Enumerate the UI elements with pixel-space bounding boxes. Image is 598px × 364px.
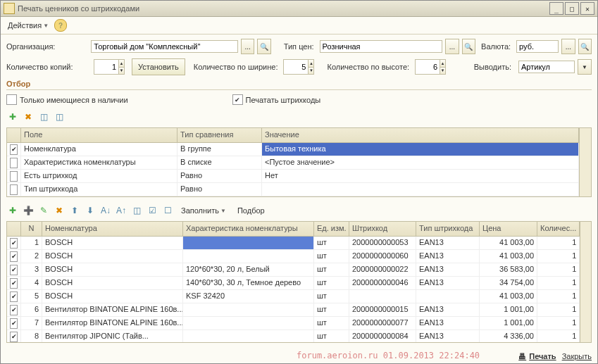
- cell-unit[interactable]: шт: [314, 290, 349, 303]
- cell-nom[interactable]: Вентилятор BINATONE ALPINE 160в...: [42, 317, 183, 330]
- row-checkbox[interactable]: [10, 184, 18, 195]
- col-field[interactable]: Поле: [21, 128, 177, 142]
- fill-button[interactable]: Заполнить▼: [177, 204, 230, 217]
- row-checkbox[interactable]: [10, 278, 18, 289]
- copy-icon[interactable]: ◫: [130, 204, 143, 217]
- move-up-icon[interactable]: ⬆: [68, 204, 81, 217]
- filter-row[interactable]: НоменклатураВ группеБытовая техника: [7, 143, 579, 156]
- cell-qty[interactable]: 1: [537, 330, 580, 342]
- edit-icon[interactable]: ✎: [37, 204, 50, 217]
- row-checkbox[interactable]: [10, 144, 18, 155]
- cell-unit[interactable]: шт: [314, 303, 349, 316]
- cell-char[interactable]: KSF 32420: [183, 290, 314, 303]
- cell-n[interactable]: 6: [21, 303, 42, 316]
- delete-icon[interactable]: ✖: [53, 204, 66, 217]
- maximize-button[interactable]: □: [565, 2, 579, 15]
- nom-row[interactable]: 2BOSCHшт2000000000060EAN1341 003,001: [7, 250, 580, 263]
- col-bctype[interactable]: Тип штрихкода: [416, 222, 480, 236]
- row-checkbox[interactable]: [10, 318, 18, 329]
- cell-char[interactable]: [183, 317, 314, 330]
- cell-cmp[interactable]: Равно: [177, 183, 262, 196]
- cell-price[interactable]: 4 336,00: [480, 330, 537, 342]
- height-input[interactable]: [416, 60, 440, 74]
- col-unit[interactable]: Ед. изм.: [314, 222, 349, 236]
- add-icon[interactable]: ✚: [6, 204, 19, 217]
- cell-qty[interactable]: 1: [537, 290, 580, 303]
- close-button[interactable]: ✕: [580, 2, 594, 15]
- print-barcodes-checkbox[interactable]: [232, 94, 243, 105]
- cell-n[interactable]: 3: [21, 263, 42, 276]
- col-barcode[interactable]: Штрихкод: [349, 222, 416, 236]
- filter-row[interactable]: Характеристика номенклатурыВ списке<Пуст…: [7, 156, 579, 170]
- uncheck-all-icon[interactable]: ☐: [161, 204, 174, 217]
- cell-price[interactable]: 1 001,00: [480, 317, 537, 330]
- width-spinner[interactable]: ▲▼: [283, 59, 314, 75]
- row-checkbox[interactable]: [10, 238, 18, 249]
- cell-bctype[interactable]: EAN13: [416, 303, 480, 316]
- col-cmp[interactable]: Тип сравнения: [177, 128, 262, 142]
- cell-qty[interactable]: 1: [537, 277, 580, 289]
- filter-scrollbar[interactable]: [579, 128, 591, 196]
- cell-bctype[interactable]: EAN13: [416, 263, 480, 276]
- check-all-icon[interactable]: ☑: [146, 204, 158, 217]
- cell-char[interactable]: [183, 250, 314, 263]
- cell-val[interactable]: Нет: [262, 170, 579, 182]
- nom-row[interactable]: 4BOSCH140*60*30, 30 л, Темное деревошт20…: [7, 277, 580, 290]
- minimize-button[interactable]: _: [549, 2, 563, 15]
- cell-unit[interactable]: шт: [314, 330, 349, 342]
- cell-bctype[interactable]: EAN13: [416, 237, 480, 249]
- insert-icon[interactable]: ➕: [22, 204, 35, 217]
- cell-field[interactable]: Характеристика номенклатуры: [21, 156, 177, 169]
- row-checkbox[interactable]: [10, 171, 18, 182]
- cell-bctype[interactable]: EAN13: [416, 317, 480, 330]
- row-checkbox[interactable]: [10, 265, 18, 275]
- cell-qty[interactable]: 1: [537, 237, 580, 249]
- cell-nom[interactable]: BOSCH: [42, 263, 183, 276]
- spin-up-icon[interactable]: ▲: [308, 60, 313, 68]
- toggle-icon[interactable]: ◫: [37, 111, 50, 123]
- cell-val[interactable]: [262, 183, 579, 196]
- cell-barcode[interactable]: 2000000000015: [349, 303, 416, 316]
- cell-n[interactable]: 4: [21, 277, 42, 289]
- pricetype-select-button[interactable]: ...: [445, 39, 459, 54]
- move-down-icon[interactable]: ⬇: [84, 204, 96, 217]
- nom-row[interactable]: 8Вентилятор JIPONIC (Тайв...шт2000000000…: [7, 330, 580, 342]
- cell-cmp[interactable]: Равно: [177, 170, 262, 182]
- sort-asc-icon[interactable]: A↓: [99, 204, 112, 217]
- cell-qty[interactable]: 1: [537, 263, 580, 276]
- row-checkbox[interactable]: [10, 158, 18, 168]
- cell-n[interactable]: 2: [21, 250, 42, 263]
- cell-char[interactable]: [183, 330, 314, 342]
- output-dropdown-button[interactable]: ▼: [578, 59, 592, 75]
- spin-up-icon[interactable]: ▲: [118, 60, 124, 68]
- nom-scrollbar[interactable]: [580, 222, 591, 342]
- nom-row[interactable]: 6Вентилятор BINATONE ALPINE 160в...шт200…: [7, 303, 580, 317]
- row-checkbox[interactable]: [10, 291, 18, 302]
- cell-bctype[interactable]: EAN13: [416, 330, 480, 342]
- filter-row[interactable]: Тип штрихкодаРавно: [7, 183, 579, 196]
- cell-val[interactable]: Бытовая техника: [262, 143, 579, 156]
- sort-desc-icon[interactable]: A↑: [115, 204, 127, 217]
- cell-qty[interactable]: 1: [537, 303, 580, 316]
- org-input[interactable]: [91, 40, 238, 53]
- cell-nom[interactable]: BOSCH: [42, 237, 183, 249]
- cell-val[interactable]: <Пустое значение>: [262, 156, 579, 169]
- output-select[interactable]: [518, 61, 575, 73]
- cell-cmp[interactable]: В списке: [177, 156, 262, 169]
- cell-barcode[interactable]: 2000000000053: [349, 237, 416, 249]
- cell-barcode[interactable]: 2000000000077: [349, 317, 416, 330]
- nom-row[interactable]: 1BOSCHшт2000000000053EAN1341 003,001: [7, 237, 580, 250]
- cell-unit[interactable]: шт: [314, 277, 349, 289]
- cell-qty[interactable]: 1: [537, 317, 580, 330]
- org-search-button[interactable]: 🔍: [257, 39, 270, 54]
- cell-barcode[interactable]: 2000000000022: [349, 263, 416, 276]
- set-button[interactable]: Установить: [132, 58, 185, 75]
- cell-nom[interactable]: Вентилятор JIPONIC (Тайв...: [42, 330, 183, 342]
- cell-price[interactable]: 36 583,00: [480, 263, 537, 276]
- cell-n[interactable]: 8: [21, 330, 42, 342]
- spin-down-icon[interactable]: ▼: [440, 68, 445, 75]
- nom-row[interactable]: 7Вентилятор BINATONE ALPINE 160в...шт200…: [7, 317, 580, 330]
- help-icon[interactable]: ?: [54, 19, 67, 32]
- row-checkbox[interactable]: [10, 251, 18, 262]
- col-n[interactable]: N: [21, 222, 42, 236]
